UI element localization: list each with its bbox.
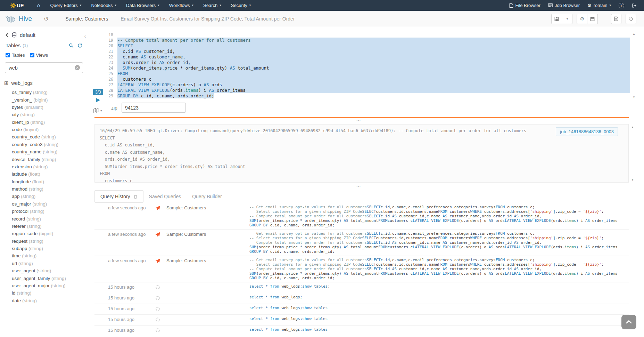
scroll-down-arrow[interactable]: ▾ bbox=[630, 178, 635, 182]
history-row[interactable]: 15 hours agoselect * from web_logs;show … bbox=[94, 326, 629, 336]
editor-scrollbar[interactable]: ▴ ▾ bbox=[631, 32, 636, 99]
table-column-item[interactable]: app (string) bbox=[0, 193, 88, 200]
hue-logo[interactable]: UE bbox=[10, 2, 24, 8]
clear-search-icon[interactable]: × bbox=[75, 65, 80, 70]
views-checkbox[interactable] bbox=[30, 53, 34, 57]
table-column-item[interactable]: city (string) bbox=[0, 111, 88, 118]
database-name[interactable]: default bbox=[20, 32, 35, 38]
editor-line[interactable]: 18 bbox=[104, 32, 630, 38]
table-column-item[interactable]: protocol (string) bbox=[0, 208, 88, 215]
tab-query-builder[interactable]: Query Builder bbox=[187, 191, 228, 202]
table-column-item[interactable]: subapp (string) bbox=[0, 245, 88, 252]
table-column-item[interactable]: longitude (float) bbox=[0, 178, 88, 185]
user-menu[interactable]: ⚙ romain ▾ bbox=[584, 0, 615, 11]
hive-app-button[interactable]: Hive bbox=[6, 15, 32, 23]
table-column-item[interactable]: country_code (string) bbox=[0, 133, 88, 141]
log-scrollbar[interactable]: ▴ ▾ bbox=[630, 125, 635, 182]
logout-button[interactable] bbox=[628, 3, 641, 8]
views-checkbox-label[interactable]: Views bbox=[36, 53, 48, 58]
table-column-item[interactable]: id (string) bbox=[0, 289, 88, 297]
tags-button[interactable] bbox=[626, 14, 636, 24]
editor-line[interactable]: 23 ords.order_id AS order_id, bbox=[104, 60, 630, 65]
help-button[interactable]: ? bbox=[615, 3, 628, 8]
job-link[interactable]: job_1461888648136_0003 bbox=[556, 127, 618, 136]
editor-line[interactable]: 29GROUP BY c.id, c.name, ords.order_id; bbox=[104, 93, 630, 99]
editor-line[interactable]: 22 c.name AS customer_name, bbox=[104, 54, 630, 60]
job-browser-button[interactable]: Job Browser bbox=[544, 0, 584, 11]
refresh-icon[interactable] bbox=[77, 43, 82, 48]
table-column-item[interactable]: user_agent (string) bbox=[0, 267, 88, 274]
table-column-item[interactable]: code (tinyint) bbox=[0, 126, 88, 133]
editor-line[interactable]: 20SELECT bbox=[104, 43, 630, 49]
history-row[interactable]: a few seconds agoSample: Customers-- Get… bbox=[94, 230, 629, 256]
history-row[interactable]: a few seconds agoSample: Customers-- Get… bbox=[94, 203, 629, 230]
tables-checkbox[interactable] bbox=[6, 53, 10, 57]
table-column-item[interactable]: bytes (smallint) bbox=[0, 104, 88, 111]
editor-line[interactable]: 26 customers c bbox=[104, 77, 630, 82]
history-row[interactable]: 15 hours agoselect * from web_logs; bbox=[94, 293, 629, 304]
nav-menu-data-browsers[interactable]: Data Browsers▾ bbox=[121, 0, 164, 11]
table-column-item[interactable]: user_agent_major (string) bbox=[0, 282, 88, 289]
editor-line[interactable]: 19-- Compute total amount per order for … bbox=[104, 38, 630, 43]
history-row[interactable]: 15 hours agoselect * from web_logs;show … bbox=[94, 315, 629, 326]
table-column-item[interactable]: method (string) bbox=[0, 185, 88, 193]
functions-panel-button[interactable]: ▾ bbox=[93, 108, 102, 113]
document-button[interactable] bbox=[611, 14, 621, 24]
table-column-item[interactable]: request (string) bbox=[0, 238, 88, 245]
nav-menu-search[interactable]: Search▾ bbox=[198, 0, 226, 11]
code-editor[interactable]: 1819-- Compute total amount per order fo… bbox=[104, 32, 630, 99]
resize-grip[interactable]: ⋯ bbox=[88, 185, 629, 189]
table-column-item[interactable]: device_family (string) bbox=[0, 155, 88, 163]
clear-history-icon[interactable] bbox=[133, 194, 138, 199]
nav-menu-security[interactable]: Security▾ bbox=[226, 0, 256, 11]
table-column-item[interactable]: date (string) bbox=[0, 297, 88, 304]
nav-menu-notebooks[interactable]: Notebooks▾ bbox=[86, 0, 121, 11]
resize-grip[interactable]: ⋯ bbox=[88, 119, 629, 123]
table-column-item[interactable]: referer (string) bbox=[0, 223, 88, 230]
home-button[interactable]: ⌂ bbox=[32, 0, 46, 11]
settings-button[interactable]: ⚙ bbox=[577, 14, 587, 24]
save-button[interactable] bbox=[551, 14, 562, 24]
file-browser-button[interactable]: File Browser bbox=[505, 0, 544, 11]
save-caret-button[interactable]: ▾ bbox=[562, 14, 572, 24]
execute-button[interactable]: ▶ bbox=[96, 96, 100, 103]
nav-menu-query-editors[interactable]: Query Editors▾ bbox=[45, 0, 86, 11]
table-column-item[interactable]: os_family (string) bbox=[0, 89, 88, 96]
nav-menu-workflows[interactable]: Workflows▾ bbox=[164, 0, 198, 11]
editor-line[interactable]: 25FROM bbox=[104, 71, 630, 77]
table-column-item[interactable]: time (string) bbox=[0, 252, 88, 259]
table-column-item[interactable]: _version_ (bigint) bbox=[0, 96, 88, 103]
editor-line[interactable]: 28LATERAL VIEW EXPLODE(ords.items) i AS … bbox=[104, 88, 630, 93]
table-search-input[interactable] bbox=[5, 62, 83, 73]
scroll-down-arrow[interactable]: ▾ bbox=[631, 95, 636, 99]
history-row[interactable]: 15 hours agoselect * from web_logs;show … bbox=[94, 282, 629, 293]
table-column-item[interactable]: country_code3 (string) bbox=[0, 141, 88, 148]
table-column-item[interactable]: user_agent_family (string) bbox=[0, 274, 88, 282]
back-button[interactable] bbox=[6, 33, 9, 38]
tab-saved-queries[interactable]: Saved Queries bbox=[143, 191, 187, 202]
table-column-item[interactable]: client_ip (string) bbox=[0, 119, 88, 126]
scroll-to-top-button[interactable] bbox=[621, 315, 636, 329]
editor-line[interactable]: 21 c.id AS customer_id, bbox=[104, 49, 630, 54]
collapse-handle[interactable]: ‹ bbox=[84, 33, 86, 40]
search-icon[interactable] bbox=[69, 43, 74, 48]
table-column-item[interactable]: region_code (bigint) bbox=[0, 230, 88, 237]
tables-checkbox-label[interactable]: Tables bbox=[12, 53, 25, 58]
table-item-web-logs[interactable]: ⊞ web_logs bbox=[0, 76, 88, 87]
table-column-item[interactable]: country_name (string) bbox=[0, 148, 88, 155]
history-row[interactable]: 15 hours agoselect * from web_logs;show … bbox=[94, 304, 629, 315]
scroll-up-arrow[interactable]: ▴ bbox=[631, 32, 636, 35]
variable-input[interactable] bbox=[122, 103, 186, 113]
table-column-item[interactable]: url (string) bbox=[0, 260, 88, 267]
editor-line[interactable]: 24 SUM(order_items.price * order_items.q… bbox=[104, 65, 630, 71]
editor-line[interactable]: 27LATERAL VIEW EXPLODE(c.orders) o AS or… bbox=[104, 82, 630, 88]
table-column-item[interactable]: record (string) bbox=[0, 215, 88, 222]
table-column-item[interactable]: latitude (float) bbox=[0, 170, 88, 178]
table-column-item[interactable]: os_major (string) bbox=[0, 200, 88, 208]
tab-query-history[interactable]: Query History bbox=[94, 190, 143, 203]
scroll-up-arrow[interactable]: ▴ bbox=[630, 125, 635, 129]
schedule-button[interactable] bbox=[587, 14, 598, 24]
query-history-icon[interactable]: ↺ bbox=[44, 15, 49, 22]
table-column-item[interactable]: extension (string) bbox=[0, 163, 88, 170]
history-row[interactable]: a few seconds agoSample: Customers-- Get… bbox=[94, 256, 629, 282]
